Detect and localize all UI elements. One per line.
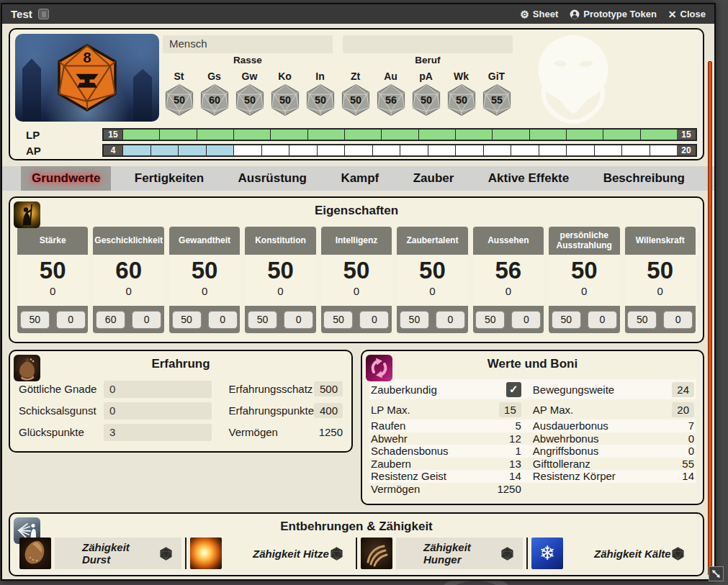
money-bag-icon	[14, 355, 40, 381]
attribute-base-input[interactable]: 60	[96, 311, 125, 329]
stat-label: Angriffsbonus	[521, 445, 650, 457]
attribute-mod: 0	[397, 285, 467, 297]
bar-segment	[418, 130, 455, 140]
close-button[interactable]: ✕ Close	[668, 9, 706, 19]
attribute-bonus-input[interactable]: 0	[359, 311, 389, 329]
bar-segment	[650, 145, 678, 155]
attribute-value: 56	[473, 256, 544, 285]
waterskin-icon[interactable]	[19, 538, 51, 569]
attribute-base-input[interactable]: 50	[248, 311, 277, 329]
window-titlebar[interactable]: Test ⚙ Sheet Prototype Token ✕	[2, 4, 714, 24]
ability-Ko[interactable]: Ko 50	[267, 71, 302, 119]
ability-Zt[interactable]: Zt 50	[338, 71, 373, 119]
bar-segment	[566, 130, 603, 140]
character-portrait[interactable]: 8	[15, 34, 159, 122]
ability-Gs[interactable]: Gs 60	[197, 71, 232, 119]
ability-pA[interactable]: pA 50	[408, 71, 444, 119]
user-circle-icon	[570, 9, 580, 19]
zaehigkeit-item-zähigkeit-hunger: Zähigkeit Hunger	[356, 538, 526, 569]
tab-kampf[interactable]: Kampf	[330, 166, 390, 191]
ability-GiT[interactable]: GiT 55	[479, 71, 514, 119]
attribute-value: 60	[93, 256, 163, 285]
roll-d20-icon[interactable]	[501, 547, 513, 561]
attribute-name: Stärke	[17, 227, 88, 255]
erfahrung-left: Göttliche Gnade 0 Schicksalsgunst 0 Glüc…	[19, 380, 212, 441]
ability-Au[interactable]: Au 56	[373, 71, 408, 119]
zaehigkeit-roll-bar[interactable]: Zähigkeit Hitze	[225, 538, 352, 569]
attribute-base-input[interactable]: 50	[475, 311, 505, 329]
bar-segment	[122, 130, 159, 140]
attribute-bonus-input[interactable]: 0	[132, 311, 161, 329]
prototype-token-button[interactable]: Prototype Token	[570, 9, 657, 19]
sheet-config-button[interactable]: ⚙ Sheet	[520, 9, 558, 19]
ability-label: Ko	[267, 71, 302, 82]
ability-Wk[interactable]: Wk 50	[444, 71, 479, 119]
tab-zauber[interactable]: Zauber	[403, 166, 465, 191]
heat-icon[interactable]	[190, 538, 222, 569]
zaehigkeit-roll-bar[interactable]: Zähigkeit Durst	[55, 538, 181, 569]
eigenschaften-title: Eigenschaften	[16, 201, 697, 218]
göttliche-gnade-input[interactable]: 0	[104, 381, 212, 398]
ability-In[interactable]: In 50	[302, 71, 338, 119]
attribute-name: persönliche Ausstrahlung	[549, 227, 619, 255]
attribute-card-persönliche-ausstrahlung: persönliche Ausstrahlung 50 0 50 0	[549, 227, 619, 333]
window-resize-handle[interactable]	[709, 566, 724, 581]
profession-input[interactable]	[343, 35, 513, 53]
erfahrungsschatz-value[interactable]: 500	[314, 381, 343, 396]
stat-label: Resistenz Geist	[371, 470, 477, 482]
attribute-bonus-input[interactable]: 0	[56, 311, 86, 329]
vertical-scrollbar-thumb[interactable]	[708, 61, 712, 576]
zaehigkeit-roll-bar[interactable]: Zähigkeit Kälte	[567, 538, 693, 569]
tab-aktive-effekte[interactable]: Aktive Effekte	[477, 166, 580, 191]
lp-max--value[interactable]: 15	[499, 402, 521, 417]
vermögen-value: 1250	[497, 483, 521, 495]
roll-d20-icon[interactable]	[331, 547, 343, 561]
attribute-name: Aussehen	[473, 227, 544, 255]
attribute-bonus-input[interactable]: 0	[663, 311, 693, 329]
claw-icon[interactable]	[361, 538, 392, 569]
tab-ausrüstung[interactable]: Ausrüstung	[228, 166, 318, 191]
lp-bar[interactable]: 15 15	[102, 128, 697, 141]
attribute-base-input[interactable]: 50	[400, 311, 429, 329]
ability-St[interactable]: St 50	[161, 71, 197, 119]
tab-fertigkeiten[interactable]: Fertigkeiten	[124, 166, 215, 191]
schicksalsgunst-input[interactable]: 0	[104, 402, 212, 420]
erfahrungspunkte-value[interactable]: 400	[314, 403, 343, 418]
ap-max--value[interactable]: 20	[672, 402, 694, 417]
erfahrung-row: Vermögen 1250	[229, 423, 343, 441]
race-input[interactable]: Mensch	[163, 35, 333, 53]
attribute-base-input[interactable]: 50	[20, 311, 50, 329]
werte-und-boni-title: Werte und Boni	[369, 354, 696, 371]
attribute-base-input[interactable]: 50	[552, 311, 581, 329]
attribute-bonus-input[interactable]: 0	[588, 311, 617, 329]
bar-segment	[483, 145, 511, 155]
roll-d20-icon[interactable]	[672, 547, 684, 561]
attribute-mod: 0	[625, 285, 696, 297]
glückspunkte-input[interactable]: 3	[104, 424, 212, 441]
tab-beschreibung[interactable]: Beschreibung	[593, 166, 696, 191]
svg-text:8: 8	[83, 50, 91, 65]
attribute-base-input[interactable]: 50	[323, 311, 353, 329]
attribute-bonus-input[interactable]: 0	[511, 311, 541, 329]
zaehigkeit-roll-bar[interactable]: Zähigkeit Hunger	[396, 538, 523, 569]
attribute-bonus-input[interactable]: 0	[436, 311, 465, 329]
ability-Gw[interactable]: Gw 50	[232, 71, 267, 119]
close-icon: ✕	[668, 9, 677, 19]
tab-grundwerte[interactable]: Grundwerte	[21, 166, 111, 191]
attribute-mod: 0	[549, 285, 619, 297]
attribute-bonus-input[interactable]: 0	[208, 311, 238, 329]
schadensbonus-value: 1	[515, 445, 521, 457]
roll-d20-icon[interactable]	[160, 547, 172, 561]
svg-text:50: 50	[244, 94, 256, 106]
attribute-base-input[interactable]: 50	[627, 311, 657, 329]
attribute-base-input[interactable]: 50	[172, 311, 202, 329]
d20-icon: 50	[446, 83, 477, 117]
bar-label: AP	[16, 145, 102, 157]
snowflake-icon[interactable]: ❄	[531, 538, 563, 569]
ap-bar[interactable]: 4 20	[102, 144, 697, 157]
bewegungsweite-value[interactable]: 24	[672, 382, 694, 397]
bar-segment	[640, 130, 677, 140]
attribute-name: Zaubertalent	[397, 227, 467, 255]
zauberkundig-checkbox[interactable]: ✓	[506, 382, 521, 397]
attribute-bonus-input[interactable]: 0	[284, 311, 313, 329]
